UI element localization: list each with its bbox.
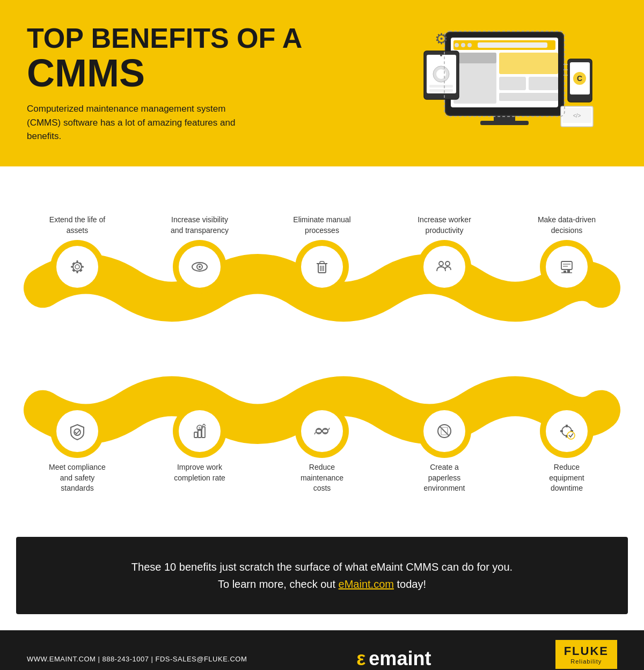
- svg-rect-55: [561, 261, 572, 270]
- svg-rect-9: [499, 53, 558, 74]
- people-icon: [434, 256, 455, 278]
- benefit-meet-compliance: Meet compliance and safety standards: [34, 404, 120, 494]
- svg-text:C: C: [577, 74, 582, 83]
- bubble-reduce-maintenance: [295, 404, 349, 458]
- bubbles-wrapper: Extend the life of assets: [16, 193, 628, 505]
- benefit-increase-worker-label: Increase worker productivity: [415, 215, 474, 236]
- header-text: TOP BENEFITS OF A CMMS Computerized main…: [27, 23, 392, 143]
- svg-rect-39: [81, 266, 84, 268]
- fluke-name: FLUKE: [564, 644, 609, 658]
- svg-rect-73: [323, 429, 328, 433]
- trash-icon: [311, 256, 333, 278]
- chart-icon: [556, 256, 577, 278]
- settings-link-icon: [311, 420, 333, 442]
- svg-point-35: [75, 265, 79, 269]
- svg-rect-6: [478, 42, 547, 48]
- svg-rect-10: [499, 77, 526, 90]
- benefit-reduce-maintenance-label: Reduce maintenance costs: [292, 462, 352, 494]
- bubble-inner-eliminate-manual: [301, 246, 343, 288]
- bubble-extend-life: [50, 240, 104, 294]
- no-paper-icon: [434, 420, 455, 442]
- footer-box: These 10 benefits just scratch the surfa…: [16, 537, 628, 614]
- svg-text:</>: </>: [573, 113, 581, 119]
- shield-icon: [67, 420, 88, 442]
- benefit-reduce-maintenance: Reduce maintenance costs: [279, 404, 365, 494]
- svg-rect-20: [429, 85, 453, 88]
- benefit-paperless: Create a paperless environment: [401, 404, 487, 494]
- bubble-inner-increase-worker: [423, 246, 465, 288]
- bubble-inner-reduce-maintenance: [301, 410, 343, 452]
- bubble-inner-paperless: [423, 410, 465, 452]
- svg-line-75: [328, 428, 330, 430]
- benefit-data-driven-label: Make data-driven decisions: [537, 215, 596, 236]
- benefit-reduce-downtime-label: Reduce equipment downtime: [537, 462, 596, 494]
- emaint-link[interactable]: eMaint.com: [339, 578, 394, 590]
- benefit-increase-visibility-label: Increase visibility and transparency: [170, 215, 229, 236]
- benefit-reduce-downtime: Reduce equipment downtime: [524, 404, 610, 494]
- benefit-meet-compliance-label: Meet compliance and safety standards: [48, 462, 107, 494]
- bubble-meet-compliance: [50, 404, 104, 458]
- benefit-extend-life: Extend the life of assets: [34, 215, 120, 294]
- svg-point-5: [467, 43, 472, 47]
- bubble-reduce-downtime: [540, 404, 594, 458]
- benefit-eliminate-manual-label: Eliminate manual processes: [292, 215, 352, 236]
- svg-line-74: [314, 432, 316, 434]
- svg-rect-21: [429, 89, 453, 92]
- svg-rect-8: [453, 53, 496, 63]
- bubble-increase-worker: [418, 240, 471, 294]
- footer-box-text: These 10 benefits just scratch the surfa…: [27, 558, 617, 593]
- svg-rect-11: [529, 77, 558, 90]
- header-subtitle: Computerized maintenance management syst…: [27, 102, 252, 143]
- svg-rect-49: [320, 261, 324, 264]
- svg-point-4: [461, 43, 465, 47]
- svg-rect-40: [72, 262, 75, 265]
- svg-rect-72: [316, 429, 321, 433]
- benefit-eliminate-manual: Eliminate manual processes: [279, 215, 365, 294]
- fluke-box: FLUKE Reliability: [555, 640, 617, 669]
- svg-point-54: [445, 261, 450, 266]
- svg-rect-59: [567, 269, 570, 273]
- header-image: C </> ⚙: [392, 21, 617, 145]
- benefit-increase-visibility: Increase visibility and transparency: [157, 215, 243, 294]
- contact-info: WWW.EMAINT.COM | 888-243-1007 | FDS-SALE…: [27, 655, 247, 663]
- svg-rect-82: [560, 430, 563, 432]
- svg-rect-14: [480, 121, 529, 125]
- svg-text:$: $: [199, 426, 201, 430]
- bubble-inner-improve-work: $: [179, 410, 221, 452]
- svg-point-53: [439, 261, 443, 266]
- footer-text-1: These 10 benefits just scratch the surfa…: [131, 561, 513, 573]
- svg-line-63: [77, 431, 80, 434]
- money-chart-icon: $: [189, 420, 210, 442]
- svg-point-3: [455, 43, 459, 47]
- emaint-logo-e: ε: [356, 647, 365, 670]
- emaint-logo: ε emaint: [356, 647, 431, 670]
- benefit-paperless-label: Create a paperless environment: [415, 462, 474, 494]
- emaint-logo-text: emaint: [369, 647, 431, 670]
- bubble-inner-increase-visibility: [179, 246, 221, 288]
- benefit-increase-worker: Increase worker productivity: [401, 215, 487, 294]
- svg-point-84: [567, 432, 575, 439]
- svg-text:⚙: ⚙: [435, 31, 448, 47]
- bubble-eliminate-manual: [295, 240, 349, 294]
- bubble-inner-meet-compliance: [56, 410, 98, 452]
- footer-text-3: today!: [394, 578, 426, 590]
- benefits-section: Extend the life of assets: [0, 166, 644, 526]
- header-title-top: TOP BENEFITS OF A: [27, 23, 392, 54]
- eye-icon: [189, 256, 210, 278]
- bubble-improve-work: $: [173, 404, 226, 458]
- settings-check-icon: [556, 420, 577, 442]
- bubble-inner-data-driven: [546, 246, 588, 288]
- svg-rect-36: [77, 260, 78, 263]
- header-title-bottom: CMMS: [27, 54, 392, 92]
- svg-point-17: [440, 54, 442, 56]
- bottom-bar: WWW.EMAINT.COM | 888-243-1007 | FDS-SALE…: [0, 630, 644, 670]
- bubble-inner-extend-life: [56, 246, 98, 288]
- svg-rect-38: [71, 266, 74, 268]
- fluke-sub: Reliability: [564, 658, 609, 665]
- benefit-improve-work: $ Improve work completion rate: [157, 404, 243, 483]
- svg-rect-80: [566, 425, 568, 427]
- gear-icon: [67, 256, 88, 278]
- svg-rect-12: [499, 93, 558, 101]
- bubble-inner-reduce-downtime: [546, 410, 588, 452]
- bubble-paperless: [418, 404, 471, 458]
